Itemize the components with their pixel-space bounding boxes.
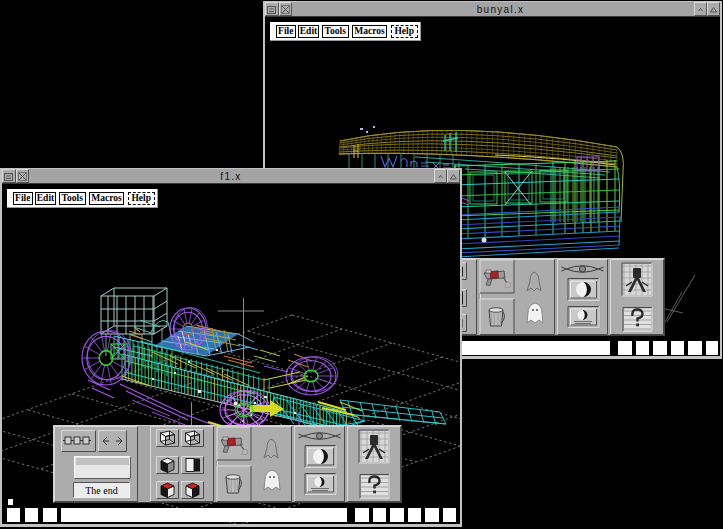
svg-text:The end: The end [85,485,118,496]
